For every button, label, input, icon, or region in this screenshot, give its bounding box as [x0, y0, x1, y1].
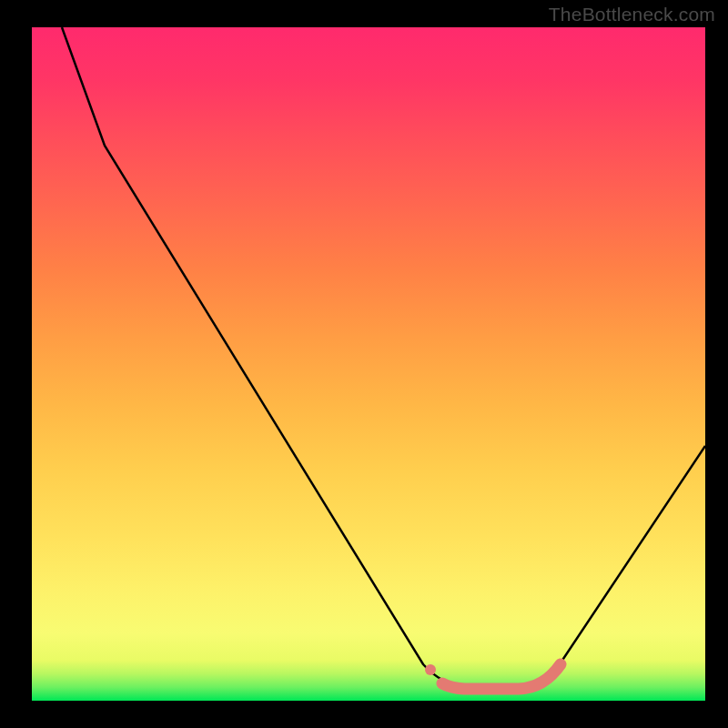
bottleneck-curve	[32, 27, 705, 701]
watermark-text: TheBottleneck.com	[549, 4, 715, 25]
valley-marker-flat	[442, 664, 561, 689]
plot-area	[32, 27, 705, 701]
curve-line	[62, 27, 705, 687]
chart-container: TheBottleneck.com	[0, 0, 728, 728]
valley-marker-dot	[425, 664, 436, 675]
